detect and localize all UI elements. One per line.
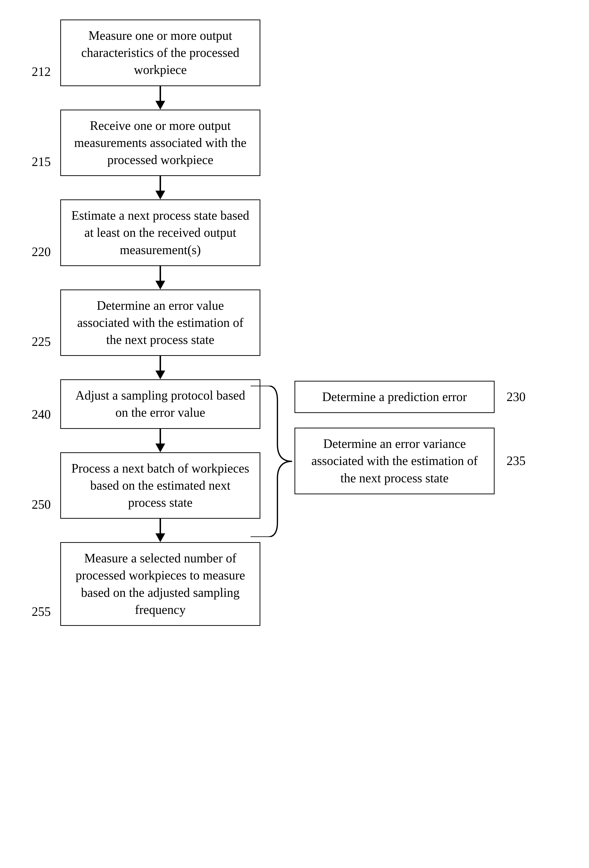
brace-svg [248, 386, 302, 537]
label-255: 255 [32, 603, 51, 620]
arrow-6 [50, 519, 270, 542]
arrow-2 [50, 176, 270, 199]
text-212: Measure one or more output characteristi… [81, 28, 239, 77]
text-235: Determine an error variance associated w… [311, 437, 478, 485]
side-gap [294, 413, 495, 428]
label-220: 220 [32, 244, 51, 260]
text-225: Determine an error value associated with… [77, 298, 243, 347]
text-215: Receive one or more output measurements … [74, 119, 246, 167]
arrow-head-2 [155, 190, 165, 199]
box-230: Determine a prediction error 230 [294, 381, 495, 413]
arrow-stem-6 [160, 519, 161, 533]
arrow-stem-5 [160, 429, 161, 443]
box-225: 225 Determine an error value associated … [60, 289, 260, 356]
box-235: Determine an error variance associated w… [294, 428, 495, 494]
label-225: 225 [32, 333, 51, 350]
side-section: Determine a prediction error 230 Determi… [294, 381, 495, 494]
arrow-head-3 [155, 281, 165, 289]
box-215: 215 Receive one or more output measureme… [60, 109, 260, 176]
box-240: 240 Adjust a sampling protocol based on … [60, 379, 260, 429]
text-230: Determine a prediction error [322, 390, 467, 404]
label-250: 250 [32, 496, 51, 513]
arrow-head-6 [155, 533, 165, 542]
arrow-5 [50, 429, 270, 452]
box-212: 212 Measure one or more output character… [60, 19, 260, 86]
arrow-stem-2 [160, 176, 161, 190]
text-255: Measure a selected number of processed w… [76, 551, 245, 617]
arrow-1 [50, 86, 270, 109]
label-215: 215 [32, 153, 51, 170]
arrow-stem-4 [160, 356, 161, 371]
arrow-head-1 [155, 101, 165, 109]
text-250: Process a next batch of workpieces based… [71, 461, 249, 509]
arrow-4 [50, 356, 270, 379]
label-240: 240 [32, 406, 51, 423]
text-220: Estimate a next process state based at l… [71, 208, 249, 257]
arrow-stem-3 [160, 266, 161, 281]
label-212: 212 [32, 63, 51, 80]
main-flow: 212 Measure one or more output character… [50, 19, 270, 626]
arrow-head-4 [155, 371, 165, 379]
arrow-head-5 [155, 443, 165, 452]
box-250: 250 Process a next batch of workpieces b… [60, 452, 260, 519]
diagram-container: 212 Measure one or more output character… [26, 19, 563, 849]
label-230: 230 [507, 388, 526, 406]
arrow-3 [50, 266, 270, 289]
box-255: 255 Measure a selected number of process… [60, 542, 260, 626]
box-220: 220 Estimate a next process state based … [60, 199, 260, 266]
text-240: Adjust a sampling protocol based on the … [75, 388, 245, 419]
label-235: 235 [507, 452, 526, 469]
arrow-stem-1 [160, 86, 161, 101]
